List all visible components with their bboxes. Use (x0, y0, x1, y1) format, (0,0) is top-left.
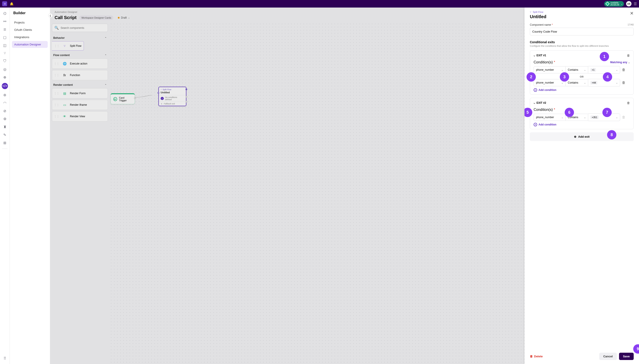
matching-dropdown[interactable]: Matching any⌄ (610, 61, 630, 64)
condition-row: phone_number⌄ Contains⌄ +1⌄ 🗑 (534, 66, 630, 74)
component-execute-action[interactable]: ⋮⋮ 🌐 Execute action (52, 58, 108, 69)
rail-icon-7[interactable]: ⛉ (3, 59, 7, 64)
rail-icon-9[interactable]: ⊕ (3, 75, 7, 79)
value-select[interactable]: +1⌄ (588, 66, 620, 74)
icon-rail: ⌬ ⚯ ≣ ▢ ◫ ⑂ ⛉ ◎ ⊕ </> ⊛ ◠ ⊘ ⚙ ♜ ✎ ⊞ ⠿ (0, 8, 10, 364)
delete-condition-icon: 🗑 (622, 115, 625, 119)
plus-icon: ⊕ (574, 135, 576, 138)
availability-pill[interactable]: Available 25:03:29 ⌄ (604, 1, 624, 7)
split-icon: ⑂ (530, 11, 531, 13)
apps-icon[interactable]: ⠿ (3, 356, 7, 360)
menu-icon[interactable]: ☰ (634, 2, 637, 6)
node-title: Untitled (159, 91, 186, 95)
status-pill[interactable]: Draft ⌄ (116, 15, 132, 20)
delete-exit-icon[interactable]: 🗑 (627, 101, 630, 105)
bell-icon[interactable]: 🔔 (10, 2, 14, 6)
component-name-input[interactable] (530, 28, 634, 36)
chevron-down-icon: ⌄ (128, 16, 130, 19)
collapse-icon[interactable]: ⌵ (534, 54, 535, 57)
field-select[interactable]: phone_number⌄ (534, 114, 565, 121)
sidebar-title: Builder (12, 11, 48, 15)
rail-icon-15[interactable]: ♜ (3, 124, 7, 129)
rail-icon-14[interactable]: ⚙ (3, 116, 7, 121)
sidebar-item-projects[interactable]: Projects (12, 19, 48, 26)
drag-handle-icon[interactable]: ⋮⋮ (54, 92, 59, 95)
search-input[interactable] (61, 26, 105, 30)
component-split-flow[interactable]: ⋮⋮ ⑂ Split Flow (52, 41, 84, 50)
play-icon: ▶ (113, 97, 117, 101)
rail-icon-1[interactable]: ⌬ (3, 11, 7, 16)
rail-icon-13[interactable]: ⊘ (3, 108, 7, 113)
drag-handle-icon[interactable]: ⋮⋮ (54, 115, 59, 118)
sidebar-item-oauth[interactable]: OAuth Clients (12, 26, 48, 33)
rail-icon-5[interactable]: ◫ (3, 43, 7, 48)
sidebar-item-integrations[interactable]: Integrations (12, 34, 48, 40)
search-box[interactable]: 🔍 (52, 24, 108, 32)
content-area: Automation Designer Call Script Workspac… (50, 8, 639, 364)
delete-condition-icon[interactable]: 🗑 (622, 68, 625, 72)
field-select[interactable]: phone_number⌄ (534, 66, 565, 74)
page-title: Call Script (55, 15, 77, 20)
eye-icon: 👁 (62, 114, 67, 119)
section-flow-content[interactable]: Flow content ⌃ (52, 52, 108, 58)
component-function[interactable]: ⋮⋮ fx Function (52, 70, 108, 80)
search-icon: 🔍 (54, 26, 59, 30)
drag-handle-icon[interactable]: ⋮⋮ (54, 44, 60, 48)
rail-icon-11[interactable]: ⊛ (3, 93, 7, 97)
workspace-chip: Workspace Designer Cards (79, 16, 113, 20)
char-count: 17/40 (627, 23, 634, 26)
fallback-icon: ↳ (161, 103, 162, 105)
delete-exit-icon[interactable]: 🗑 (627, 54, 630, 57)
rail-icon-3[interactable]: ≣ (3, 27, 7, 32)
operator-select[interactable]: Contains⌄ (565, 66, 588, 74)
split-icon: ⑂ (62, 43, 67, 48)
rail-icon-code[interactable]: </> (2, 83, 8, 89)
operator-select[interactable]: Contains⌄ (565, 79, 588, 86)
drag-handle-icon[interactable]: ⋮⋮ (54, 103, 59, 106)
rail-icon-12[interactable]: ◠ (3, 101, 7, 105)
section-behavior[interactable]: Behavior ⌃ (52, 34, 108, 41)
collapse-sidebar-button[interactable]: ❮ (48, 13, 53, 18)
field-select[interactable]: phone_number⌄ (534, 79, 565, 86)
drag-handle-icon[interactable]: ⋮⋮ (54, 74, 59, 77)
close-icon[interactable]: ✕ (630, 11, 634, 16)
rail-icon-8[interactable]: ◎ (3, 67, 7, 72)
or-separator: OR (534, 75, 630, 78)
rail-icon-6[interactable]: ⑂ (3, 51, 7, 56)
rail-icon-4[interactable]: ▢ (3, 35, 7, 40)
chevron-up-icon: ⌃ (105, 54, 107, 56)
availability-time: 25:03:29 (610, 4, 619, 6)
exits-subtitle: Configure the conditions that allow the … (530, 44, 634, 47)
add-condition-button[interactable]: +Add condition (534, 123, 630, 126)
cancel-button[interactable]: Cancel (599, 353, 617, 360)
save-button[interactable]: Save (619, 353, 634, 360)
sidebar: ❮ Builder Projects OAuth Clients Integra… (10, 8, 50, 364)
chevron-down-icon: ⌄ (621, 3, 622, 5)
status-text: Draft (121, 16, 127, 19)
rail-icon-16[interactable]: ✎ (3, 132, 7, 137)
annotation-marker: 7 (602, 108, 612, 117)
status-dot-icon (118, 17, 120, 18)
component-render-iframe[interactable]: ⋮⋮ ▭ Render Iframe (52, 100, 108, 110)
logo[interactable]: :t (2, 1, 7, 6)
section-render-content[interactable]: Render content ⌃ (52, 82, 108, 88)
chevron-up-icon: ⌃ (105, 37, 107, 39)
delete-button[interactable]: 🗑Delete (530, 355, 543, 358)
drag-handle-icon[interactable]: ⋮⋮ (54, 62, 59, 65)
sidebar-item-automation[interactable]: Automation Designer (12, 41, 48, 48)
rail-icon-2[interactable]: ⚯ (3, 19, 7, 24)
split-flow-node[interactable]: ⑂Split Flow Untitled 1No conditions defi… (158, 87, 186, 106)
add-condition-button[interactable]: +Add condition (534, 88, 630, 92)
topbar: :t 🔔 Available 25:03:29 ⌄ AB ☰ (0, 0, 639, 8)
annotation-marker: 1 (600, 52, 609, 61)
annotation-marker: 8 (607, 130, 616, 140)
delete-condition-icon[interactable]: 🗑 (622, 81, 625, 85)
avatar[interactable]: AB (626, 1, 631, 6)
rail-icon-17[interactable]: ⊞ (3, 140, 7, 145)
trigger-node[interactable]: ▶ Card Trigger (111, 93, 135, 104)
add-exit-button[interactable]: ⊕Add exit (530, 132, 634, 141)
exits-title: Conditional exits (530, 40, 634, 44)
collapse-icon[interactable]: ⌵ (534, 101, 535, 104)
component-render-form[interactable]: ⋮⋮ ▤ Render Form (52, 88, 108, 98)
component-render-view[interactable]: ⋮⋮ 👁 Render View (52, 111, 108, 122)
